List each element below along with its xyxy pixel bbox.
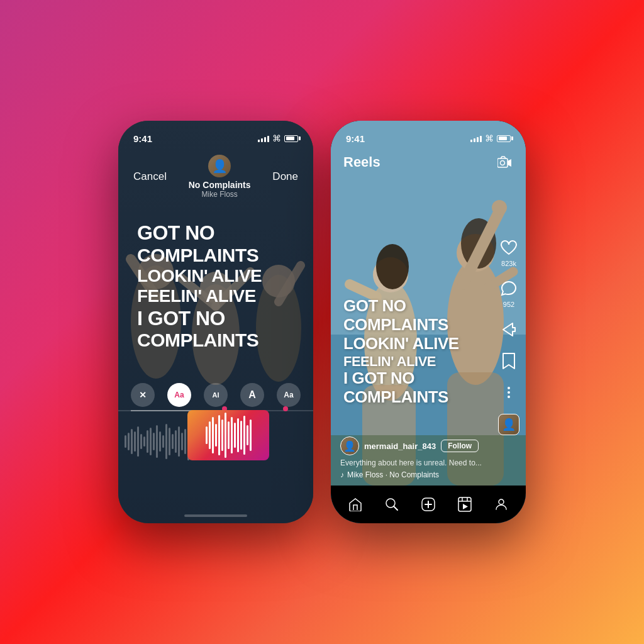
wbar	[162, 435, 164, 448]
wbar	[147, 430, 148, 453]
wbari	[212, 417, 214, 453]
dot1	[508, 387, 510, 389]
waveform-right-handle[interactable]	[283, 406, 288, 411]
username[interactable]: mermaid_hair_843	[364, 441, 436, 451]
svg-point-38	[499, 499, 504, 504]
status-icons-editor: ⌘	[258, 133, 298, 143]
wifi-editor: ⌘	[272, 133, 281, 143]
bar1	[470, 140, 472, 142]
share-button[interactable]	[499, 319, 519, 340]
time-editor: 9:41	[133, 133, 152, 144]
svg-point-26	[501, 161, 505, 165]
lyric-4: FEELIN' ALIVE	[137, 286, 301, 306]
nav-profile[interactable]	[489, 492, 514, 517]
waveform-selected[interactable]	[187, 410, 269, 460]
dot2	[508, 391, 510, 394]
music-row: ♪ Mike Floss · No Complaints	[340, 470, 491, 479]
wbar	[184, 429, 186, 454]
reels-user-info: 👤 mermaid_hair_843 Follow Everything abo…	[340, 436, 491, 479]
bookmark-icon	[499, 351, 519, 371]
svg-marker-27	[508, 159, 511, 167]
wbar	[125, 435, 126, 448]
phone-reels: 9:41 ⌘ Reels	[331, 121, 526, 523]
nav-reels[interactable]	[452, 492, 477, 517]
song-info: 👤 No Complaints Mike Floss	[189, 155, 251, 199]
done-button[interactable]: Done	[272, 170, 298, 183]
reels-title: Reels	[343, 154, 380, 170]
wbar	[134, 431, 136, 452]
lyric-5: I GOT NO	[137, 307, 301, 330]
reels-lyric-5: I GOT NO	[343, 369, 469, 388]
like-count: 823k	[501, 260, 516, 267]
like-button[interactable]: 823k	[499, 238, 519, 267]
wbar	[140, 434, 142, 449]
more-button[interactable]	[499, 382, 519, 402]
waveform-area[interactable]	[118, 404, 313, 473]
wbar	[137, 426, 139, 457]
wbar	[128, 433, 130, 450]
signal-reels	[470, 135, 482, 142]
wbar	[131, 429, 133, 454]
editor-lyrics: GOT NO COMPLAINTS LOOKIN' ALIVE FEELIN' …	[137, 221, 301, 352]
bar2	[261, 138, 263, 142]
wbari	[218, 415, 220, 456]
wbari	[250, 419, 252, 451]
reels-lyric-2: COMPLAINTS	[343, 316, 469, 335]
user-avatar: 👤	[340, 436, 359, 455]
battery-fill	[286, 136, 295, 140]
music-note-icon: ♪	[340, 470, 344, 479]
phones-container: 9:41 ⌘ Cancel	[118, 121, 526, 523]
svg-rect-25	[497, 158, 508, 167]
avatar-icon: 👤	[212, 158, 228, 174]
wbari	[206, 426, 208, 445]
bar2	[474, 138, 475, 142]
bar4	[480, 136, 482, 142]
wbari	[225, 413, 226, 458]
battery-editor	[284, 135, 298, 142]
song-title: No Complaints	[189, 180, 251, 190]
nav-create[interactable]	[416, 492, 441, 517]
battery-reels	[497, 135, 511, 142]
reels-header: Reels	[331, 148, 526, 176]
cancel-button[interactable]: Cancel	[133, 170, 167, 183]
reels-lyric-6: COMPLAINTS	[343, 388, 469, 407]
comment-button[interactable]: 952	[499, 279, 519, 308]
wbari	[243, 416, 245, 454]
wbar	[178, 426, 180, 457]
reels-actions: 823k 952	[498, 238, 519, 435]
bookmark-button[interactable]	[499, 351, 519, 371]
signal-editor	[258, 135, 269, 142]
nav-search[interactable]	[379, 492, 404, 517]
poster-avatar[interactable]: 👤	[498, 414, 519, 435]
wbari	[221, 419, 223, 451]
lyric-3: LOOKIN' ALIVE	[137, 266, 301, 286]
svg-marker-37	[463, 504, 468, 509]
song-avatar: 👤	[208, 155, 231, 177]
more-icon	[499, 382, 519, 402]
user-row: 👤 mermaid_hair_843 Follow	[340, 436, 491, 455]
svg-rect-33	[458, 497, 471, 511]
bar3	[264, 137, 266, 142]
lyric-1: GOT NO	[137, 221, 301, 245]
camera-icon[interactable]	[496, 153, 513, 171]
wbar	[169, 428, 170, 455]
svg-line-29	[394, 506, 397, 510]
nav-home[interactable]	[343, 492, 368, 517]
reels-lyric-4: FEELIN' ALIVE	[343, 353, 469, 369]
lyric-2: COMPLAINTS	[137, 245, 301, 267]
wbars-inner	[206, 413, 252, 458]
battery-fill-reels	[499, 136, 508, 140]
caption: Everything about here is unreal. Need to…	[340, 458, 491, 467]
status-icons-reels: ⌘	[470, 133, 511, 143]
wbar	[165, 424, 167, 459]
comment-count: 952	[503, 301, 514, 308]
wbar	[159, 431, 161, 452]
wbar	[156, 425, 158, 458]
reels-lyric-3: LOOKIN' ALIVE	[343, 335, 469, 353]
bar4	[267, 136, 269, 142]
time-reels: 9:41	[346, 133, 365, 144]
wbari	[234, 423, 236, 448]
comment-icon	[499, 279, 519, 299]
wbari	[228, 421, 230, 448]
follow-button[interactable]: Follow	[441, 440, 479, 452]
